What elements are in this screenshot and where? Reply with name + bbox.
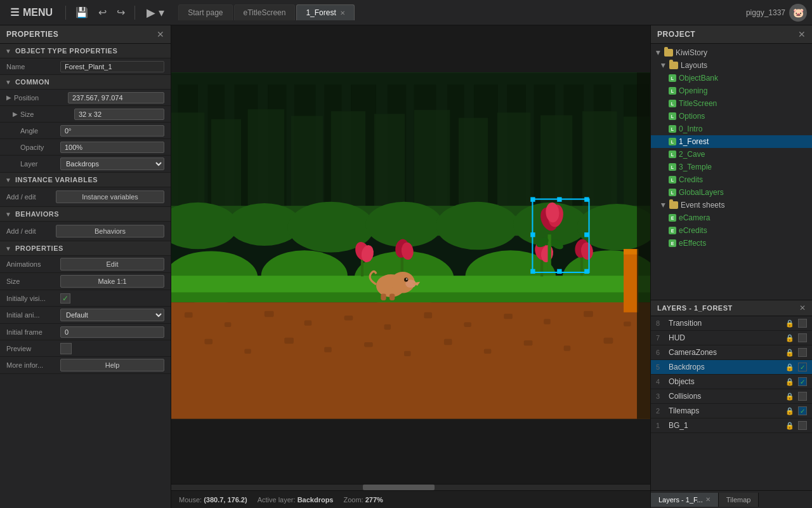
tab-start-page[interactable]: Start page <box>178 4 232 20</box>
tab-forest[interactable]: 1_Forest ✕ <box>296 4 354 20</box>
layer-visibility-toggle[interactable] <box>798 348 807 357</box>
properties-title: PROPERTIES <box>6 30 58 39</box>
layer-lock-icon[interactable]: 🔒 <box>785 378 794 386</box>
layer-row-camerazones[interactable]: 6CameraZones🔒 <box>651 345 812 360</box>
tree-root-kiwistory[interactable]: ▶ KiwiStory <box>651 46 812 59</box>
help-button[interactable]: Help <box>60 359 164 371</box>
angle-label: Angle <box>6 127 60 135</box>
tree-item-ecredits[interactable]: E eCredits <box>651 224 812 237</box>
svg-rect-48 <box>171 302 650 419</box>
layer-visibility-toggle[interactable]: ✓ <box>798 377 807 386</box>
section-common[interactable]: ▼ COMMON <box>0 75 171 90</box>
tree-item-0intro[interactable]: L 0_Intro <box>651 123 812 135</box>
tree-item-2cave[interactable]: L 2_Cave <box>651 148 812 161</box>
svg-rect-56 <box>464 323 471 327</box>
layers-panel-header: LAYERS - 1_FOREST ✕ <box>651 300 812 316</box>
tree-layouts-folder[interactable]: ▶ Layouts <box>651 59 812 72</box>
make-1-1-button[interactable]: Make 1:1 <box>60 275 164 288</box>
user-area: piggy_1337 🐷 <box>746 4 807 22</box>
bottom-tab-tilemap[interactable]: Tilemap <box>719 493 759 507</box>
menu-button[interactable]: ☰ MENU <box>5 4 59 21</box>
section-behaviors[interactable]: ▼ BEHAVIORS <box>0 207 171 222</box>
initial-ani-dropdown[interactable]: Default <box>60 309 164 321</box>
layer-lock-icon[interactable]: 🔒 <box>785 319 794 328</box>
behaviors-add-edit-button[interactable]: Behaviors <box>56 225 164 237</box>
initial-frame-input[interactable] <box>60 326 164 338</box>
layouts-arrow-icon: ▶ <box>660 64 667 68</box>
layer-name-label: Collisions <box>669 392 782 401</box>
ecamera-label: eCamera <box>679 213 710 222</box>
iv-add-edit-button[interactable]: Instance variables <box>56 190 164 203</box>
redo-button[interactable]: ↪ <box>114 4 128 21</box>
tree-item-ecamera[interactable]: E eCamera <box>651 211 812 224</box>
layer-lock-icon[interactable]: 🔒 <box>785 407 794 415</box>
layer-lock-icon[interactable]: 🔒 <box>785 349 794 357</box>
layer-lock-icon[interactable]: 🔒 <box>785 334 794 342</box>
layer-row-hud[interactable]: 7HUD🔒 <box>651 331 812 345</box>
layer-row-collisions[interactable]: 3Collisions🔒 <box>651 389 812 404</box>
initial-ani-label: Initial ani... <box>6 311 60 319</box>
project-close[interactable]: ✕ <box>798 29 806 39</box>
layers-close[interactable]: ✕ <box>799 304 806 312</box>
initial-ani-row: Initial ani... Default <box>0 307 171 324</box>
name-input[interactable] <box>60 61 164 72</box>
event-icon-eeffects: E <box>669 239 676 247</box>
layer-dropdown[interactable]: Backdrops Objects HUD <box>60 157 164 170</box>
layer-name-label: Objects <box>669 377 782 386</box>
initially-vis-checkbox[interactable]: ✓ <box>60 293 70 304</box>
layer-row-backdrops[interactable]: 5Backdrops🔒✓ <box>651 360 812 375</box>
layer-lock-icon[interactable]: 🔒 <box>785 422 794 430</box>
tab-close-forest[interactable]: ✕ <box>340 10 345 17</box>
svg-rect-68 <box>484 349 492 354</box>
layer-visibility-toggle[interactable] <box>798 392 807 401</box>
section-object-type-props[interactable]: ▼ OBJECT TYPE PROPERTIES <box>0 44 171 58</box>
tree-item-3temple[interactable]: L 3_Temple <box>651 161 812 173</box>
angle-value: 0° <box>60 125 164 137</box>
tab-etitle-screen[interactable]: eTitleScreen <box>234 4 296 20</box>
topbar-separator2 <box>134 6 135 20</box>
layer-number: 2 <box>656 407 665 415</box>
undo-button[interactable]: ↩ <box>95 4 110 21</box>
root-arrow-icon: ▶ <box>655 51 662 55</box>
tree-item-credits[interactable]: L Credits <box>651 173 812 186</box>
section-properties[interactable]: ▼ PROPERTIES <box>0 241 171 256</box>
layer-lock-icon[interactable]: 🔒 <box>785 363 794 371</box>
tree-item-titlescreen[interactable]: L TitleScreen <box>651 97 812 110</box>
size-11-label: Size <box>6 277 60 285</box>
layer-visibility-toggle[interactable]: ✓ <box>798 406 807 415</box>
tree-item-1forest[interactable]: L 1_Forest <box>651 135 812 148</box>
layer-visibility-toggle[interactable] <box>798 421 807 430</box>
layer-visibility-toggle[interactable] <box>798 319 807 328</box>
tree-item-globallayers[interactable]: L GlobalLayers <box>651 186 812 199</box>
properties-close[interactable]: ✕ <box>157 29 164 39</box>
layer-visibility-toggle[interactable]: ✓ <box>798 363 807 371</box>
svg-rect-78 <box>540 258 543 276</box>
canvas-area[interactable] <box>171 25 650 484</box>
forest-scene-svg <box>171 25 650 466</box>
animations-edit-button[interactable]: Edit <box>60 258 164 271</box>
avatar[interactable]: 🐷 <box>789 4 807 22</box>
tree-item-objectbank[interactable]: L ObjectBank <box>651 72 812 84</box>
save-button[interactable]: 💾 <box>72 4 91 21</box>
layer-row-transition[interactable]: 8Transition🔒 <box>651 316 812 331</box>
right-panel: PROJECT ✕ ▶ KiwiStory ▶ Layouts L Object… <box>650 25 812 508</box>
bottom-tab-layers-close[interactable]: ✕ <box>705 496 710 503</box>
svg-rect-64 <box>324 347 332 352</box>
preview-row: Preview <box>0 340 171 357</box>
layer-row-bg_1[interactable]: 1BG_1🔒 <box>651 418 812 433</box>
layout-icon-0intro: L <box>669 125 676 133</box>
svg-rect-92 <box>390 294 395 300</box>
tree-item-options[interactable]: L Options <box>651 110 812 123</box>
tree-event-sheets-folder[interactable]: ▶ Event sheets <box>651 199 812 211</box>
horizontal-scrollbar[interactable] <box>171 484 650 490</box>
layer-row-objects[interactable]: 4Objects🔒✓ <box>651 375 812 389</box>
layer-visibility-toggle[interactable] <box>798 333 807 342</box>
bottom-tab-layers[interactable]: Layers - 1_F... ✕ <box>651 493 719 507</box>
scrollbar-thumb[interactable] <box>363 485 435 490</box>
section-instance-variables[interactable]: ▼ INSTANCE VARIABLES <box>0 173 171 187</box>
play-button[interactable]: ▶ ▾ <box>141 3 169 22</box>
tree-item-opening[interactable]: L Opening <box>651 84 812 97</box>
tree-item-eeffects[interactable]: E eEffects <box>651 237 812 250</box>
layer-row-tilemaps[interactable]: 2Tilemaps🔒✓ <box>651 404 812 418</box>
layer-lock-icon[interactable]: 🔒 <box>785 392 794 401</box>
